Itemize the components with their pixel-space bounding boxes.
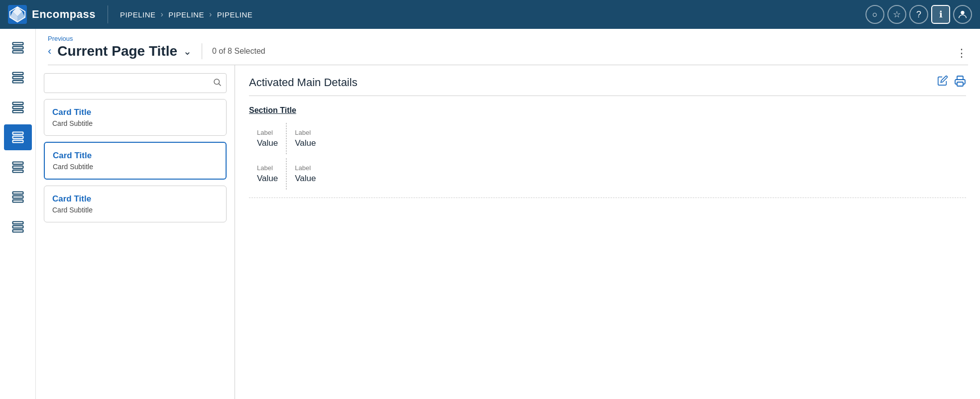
- back-arrow[interactable]: ‹: [48, 45, 51, 58]
- left-panel: Card Title Card Subtitle Card Title Card…: [36, 65, 235, 399]
- svg-rect-25: [12, 226, 23, 228]
- svg-rect-29: [957, 76, 963, 80]
- selection-label: Selected: [234, 47, 265, 55]
- field-label-left-2: Label: [257, 164, 278, 172]
- previous-link[interactable]: Previous: [48, 35, 265, 42]
- details-actions: [937, 75, 966, 90]
- sidebar-item-5[interactable]: [4, 154, 32, 180]
- breadcrumb-sep-2: ›: [209, 10, 212, 19]
- selection-info: 0 of 8 Selected: [212, 47, 265, 56]
- field-col-right-2: Label Value: [286, 158, 324, 190]
- logo-icon: [8, 5, 27, 24]
- sidebar-item-4[interactable]: [4, 124, 32, 150]
- svg-rect-12: [12, 102, 23, 105]
- svg-rect-16: [12, 136, 23, 139]
- svg-rect-19: [12, 166, 23, 169]
- field-label-right-1: Label: [295, 129, 316, 136]
- svg-rect-26: [12, 230, 23, 232]
- breadcrumb: PIPELINE › PIPELINE › PIPELINE: [120, 10, 252, 19]
- svg-rect-21: [12, 192, 23, 195]
- field-label-left-1: Label: [257, 129, 278, 136]
- svg-point-5: [961, 11, 964, 14]
- svg-rect-20: [12, 170, 23, 173]
- card-3[interactable]: Card Title Card Subtitle: [44, 186, 227, 222]
- breadcrumb-item-2[interactable]: PIPELINE: [168, 10, 204, 19]
- bottom-dashed-divider: [249, 198, 966, 198]
- nav-right: ○ ☆ ? ℹ: [865, 5, 972, 24]
- svg-rect-18: [12, 162, 23, 165]
- field-value-left-2: Value: [257, 174, 278, 184]
- field-value-right-2: Value: [295, 174, 316, 184]
- field-label-right-2: Label: [295, 164, 316, 172]
- card-1-title: Card Title: [52, 107, 218, 117]
- svg-rect-13: [12, 106, 23, 109]
- content-area: Previous ‹ Current Page Title ⌄ 0 of 8 S…: [36, 29, 980, 399]
- details-title: Activated Main Details: [249, 76, 358, 89]
- field-col-right-1: Label Value: [286, 123, 324, 154]
- svg-rect-15: [12, 132, 23, 135]
- sidebar-item-1[interactable]: [4, 35, 32, 61]
- field-col-left-1: Label Value: [249, 123, 286, 154]
- svg-rect-23: [12, 200, 23, 202]
- circle-button[interactable]: ○: [865, 5, 884, 24]
- sidebar-item-2[interactable]: [4, 65, 32, 91]
- section-title: Section Title: [249, 106, 966, 115]
- svg-point-27: [214, 79, 220, 85]
- search-input[interactable]: [44, 73, 227, 93]
- svg-rect-9: [12, 73, 23, 75]
- logo-area: Encompass: [8, 5, 96, 24]
- user-button[interactable]: [953, 5, 972, 24]
- svg-rect-7: [12, 47, 23, 49]
- help-button[interactable]: ?: [909, 5, 928, 24]
- card-3-subtitle: Card Subtitle: [52, 206, 218, 214]
- svg-rect-8: [12, 51, 23, 53]
- logo-text: Encompass: [32, 8, 96, 21]
- page-header-top: Previous ‹ Current Page Title ⌄ 0 of 8 S…: [48, 35, 968, 60]
- card-2[interactable]: Card Title Card Subtitle: [44, 142, 227, 180]
- previous-label: Previous: [48, 35, 73, 42]
- main-layout: Previous ‹ Current Page Title ⌄ 0 of 8 S…: [0, 29, 980, 399]
- breadcrumb-item-1[interactable]: PIPELINE: [120, 10, 156, 19]
- svg-rect-17: [12, 140, 23, 143]
- field-col-left-2: Label Value: [249, 158, 286, 190]
- card-1[interactable]: Card Title Card Subtitle: [44, 99, 227, 136]
- search-icon: [213, 78, 222, 89]
- nav-left: Encompass PIPELINE › PIPELINE › PIPELINE: [8, 5, 252, 24]
- selection-count: 0 of 8: [212, 47, 232, 55]
- breadcrumb-item-3[interactable]: PIPELINE: [217, 10, 253, 19]
- sidebar-item-6[interactable]: [4, 184, 32, 210]
- svg-rect-30: [957, 82, 963, 86]
- nav-divider: [108, 5, 108, 23]
- svg-rect-6: [12, 43, 23, 45]
- field-value-right-1: Value: [295, 138, 316, 148]
- fields-row-1: Label Value Label Value: [249, 123, 966, 154]
- field-value-left-1: Value: [257, 138, 278, 148]
- page-title-dropdown[interactable]: ⌄: [183, 45, 192, 57]
- sidebar-item-3[interactable]: [4, 95, 32, 120]
- more-options-button[interactable]: ⋮: [956, 47, 968, 60]
- print-icon[interactable]: [954, 75, 966, 90]
- edit-icon[interactable]: [937, 75, 948, 90]
- info-button[interactable]: ℹ: [931, 5, 950, 24]
- card-2-title: Card Title: [53, 151, 218, 161]
- right-panel: Activated Main Details Section Title: [235, 65, 980, 399]
- card-2-subtitle: Card Subtitle: [53, 163, 218, 171]
- search-box: [44, 73, 227, 93]
- svg-rect-24: [12, 222, 23, 224]
- svg-rect-14: [12, 110, 23, 113]
- card-1-subtitle: Card Subtitle: [52, 119, 218, 127]
- page-title-divider: [202, 43, 202, 59]
- svg-rect-22: [12, 196, 23, 199]
- breadcrumb-sep-1: ›: [161, 10, 164, 19]
- details-divider: [249, 96, 966, 96]
- sidebar: [0, 29, 36, 399]
- fields-row-2: Label Value Label Value: [249, 158, 966, 190]
- card-3-title: Card Title: [52, 194, 218, 204]
- star-button[interactable]: ☆: [887, 5, 906, 24]
- top-navigation: Encompass PIPELINE › PIPELINE › PIPELINE…: [0, 0, 980, 29]
- svg-line-28: [219, 84, 221, 86]
- sidebar-item-7[interactable]: [4, 214, 32, 240]
- svg-rect-11: [12, 81, 23, 83]
- split-body: Card Title Card Subtitle Card Title Card…: [36, 65, 980, 399]
- page-header: Previous ‹ Current Page Title ⌄ 0 of 8 S…: [36, 29, 980, 65]
